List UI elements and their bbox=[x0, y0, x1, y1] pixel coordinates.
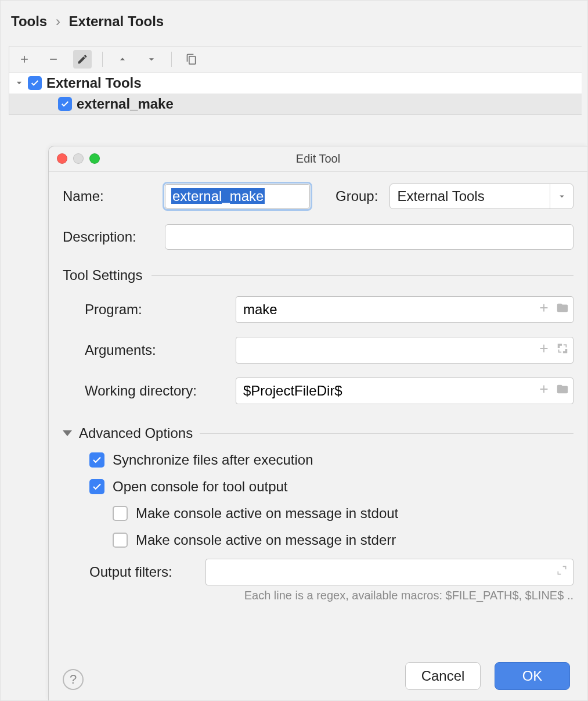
name-label: Name: bbox=[63, 188, 153, 204]
tree-item-row[interactable]: external_make bbox=[9, 94, 582, 114]
program-label: Program: bbox=[85, 301, 224, 318]
edit-tool-dialog: Edit Tool Name: external_make Group: Ext… bbox=[48, 146, 587, 700]
move-up-button[interactable] bbox=[113, 50, 132, 69]
zoom-window-button[interactable] bbox=[89, 153, 100, 164]
opt-stderr-active[interactable]: Make console active on message in stderr bbox=[89, 532, 573, 548]
opt-sync-files-label: Synchronize files after execution bbox=[113, 452, 313, 468]
browse-folder-icon[interactable] bbox=[556, 301, 569, 318]
group-dropdown[interactable]: External Tools bbox=[389, 184, 573, 209]
arguments-label: Arguments: bbox=[85, 342, 224, 358]
cancel-button[interactable]: Cancel bbox=[405, 662, 481, 690]
output-filters-label: Output filters: bbox=[89, 564, 194, 580]
tools-tree: External Tools external_make bbox=[9, 73, 582, 114]
dialog-body: Name: external_make Group: External Tool… bbox=[49, 172, 587, 602]
help-button[interactable]: ? bbox=[63, 669, 84, 690]
opt-stderr-label: Make console active on message in stderr bbox=[136, 532, 396, 548]
expand-icon[interactable] bbox=[556, 342, 569, 358]
tool-settings-header: Tool Settings bbox=[63, 267, 573, 283]
tool-settings-title: Tool Settings bbox=[63, 267, 142, 283]
dialog-title: Edit Tool bbox=[296, 152, 340, 166]
settings-window: Tools › External Tools bbox=[0, 0, 588, 701]
tree-item-label: external_make bbox=[77, 96, 174, 112]
checkbox-on-icon bbox=[89, 479, 104, 494]
tree-group-row[interactable]: External Tools bbox=[9, 73, 582, 94]
browse-folder-icon[interactable] bbox=[556, 383, 569, 399]
toolbar bbox=[9, 46, 582, 73]
advanced-options-title: Advanced Options bbox=[79, 425, 193, 441]
checkbox-on-icon bbox=[89, 452, 104, 468]
toolbar-separator-2 bbox=[171, 52, 172, 67]
workdir-label: Working directory: bbox=[85, 383, 224, 399]
workdir-row: Working directory: bbox=[85, 378, 573, 404]
chevron-down-icon bbox=[550, 184, 573, 208]
dialog-footer: ? Cancel OK bbox=[49, 652, 587, 700]
checkbox-off-icon bbox=[113, 533, 128, 548]
output-filters-hint: Each line is a regex, available macros: … bbox=[63, 589, 573, 602]
group-dropdown-value: External Tools bbox=[390, 185, 550, 208]
divider bbox=[200, 433, 573, 434]
breadcrumb: Tools › External Tools bbox=[1, 1, 587, 40]
insert-macro-icon[interactable] bbox=[538, 301, 550, 318]
description-label: Description: bbox=[63, 229, 153, 245]
expand-icon[interactable] bbox=[556, 565, 568, 580]
opt-open-console-label: Open console for tool output bbox=[113, 479, 288, 495]
group-label: Group: bbox=[336, 188, 378, 204]
checkbox-off-icon bbox=[113, 506, 128, 521]
arguments-input[interactable] bbox=[236, 337, 573, 364]
advanced-options-toggle[interactable]: Advanced Options bbox=[63, 425, 573, 441]
group-checkbox[interactable] bbox=[28, 76, 42, 90]
description-row: Description: bbox=[63, 224, 573, 250]
move-down-button[interactable] bbox=[142, 50, 161, 69]
chevron-down-icon bbox=[15, 79, 23, 87]
advanced-options-list: Synchronize files after execution Open c… bbox=[63, 452, 573, 548]
workdir-input[interactable] bbox=[236, 378, 573, 404]
divider bbox=[151, 275, 573, 276]
close-window-button[interactable] bbox=[57, 153, 67, 164]
breadcrumb-root[interactable]: Tools bbox=[11, 13, 47, 29]
external-tools-panel: External Tools external_make bbox=[9, 46, 582, 115]
breadcrumb-current: External Tools bbox=[69, 13, 164, 29]
opt-open-console[interactable]: Open console for tool output bbox=[89, 479, 573, 495]
dialog-titlebar: Edit Tool bbox=[49, 146, 587, 172]
toolbar-separator bbox=[102, 52, 103, 67]
insert-macro-icon[interactable] bbox=[538, 383, 550, 399]
tree-group-label: External Tools bbox=[46, 75, 142, 91]
insert-macro-icon[interactable] bbox=[538, 342, 550, 358]
arguments-row: Arguments: bbox=[85, 337, 573, 364]
program-input[interactable] bbox=[236, 296, 573, 323]
breadcrumb-separator: › bbox=[56, 13, 60, 29]
minimize-window-button[interactable] bbox=[73, 153, 84, 164]
output-filters-input[interactable] bbox=[205, 559, 573, 585]
output-filters-row: Output filters: bbox=[63, 559, 573, 585]
name-group-row: Name: external_make Group: External Tool… bbox=[63, 184, 573, 209]
window-controls bbox=[57, 153, 100, 164]
name-input[interactable]: external_make bbox=[165, 184, 310, 208]
name-input-value: external_make bbox=[171, 188, 265, 204]
item-checkbox[interactable] bbox=[58, 97, 72, 111]
ok-button[interactable]: OK bbox=[495, 662, 570, 690]
program-row: Program: bbox=[85, 296, 573, 323]
opt-sync-files[interactable]: Synchronize files after execution bbox=[89, 452, 573, 468]
tool-settings-fields: Program: Arguments: bbox=[63, 296, 573, 404]
edit-button[interactable] bbox=[73, 50, 92, 69]
opt-stdout-label: Make console active on message in stdout bbox=[136, 505, 398, 522]
opt-stdout-active[interactable]: Make console active on message in stdout bbox=[89, 505, 573, 522]
copy-button[interactable] bbox=[182, 50, 201, 69]
add-button[interactable] bbox=[15, 50, 34, 69]
remove-button[interactable] bbox=[44, 50, 63, 69]
triangle-down-icon bbox=[63, 430, 72, 436]
description-input[interactable] bbox=[165, 224, 573, 250]
